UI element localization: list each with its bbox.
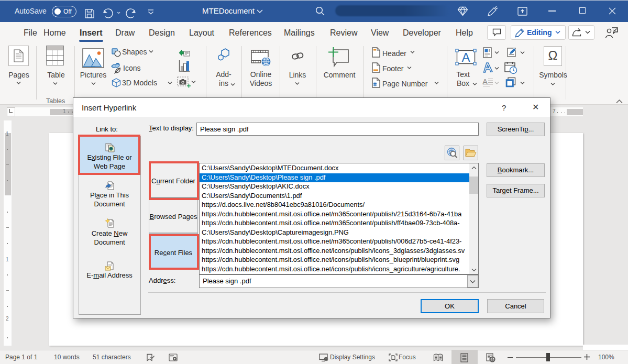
svg-text:A: A <box>461 50 470 64</box>
